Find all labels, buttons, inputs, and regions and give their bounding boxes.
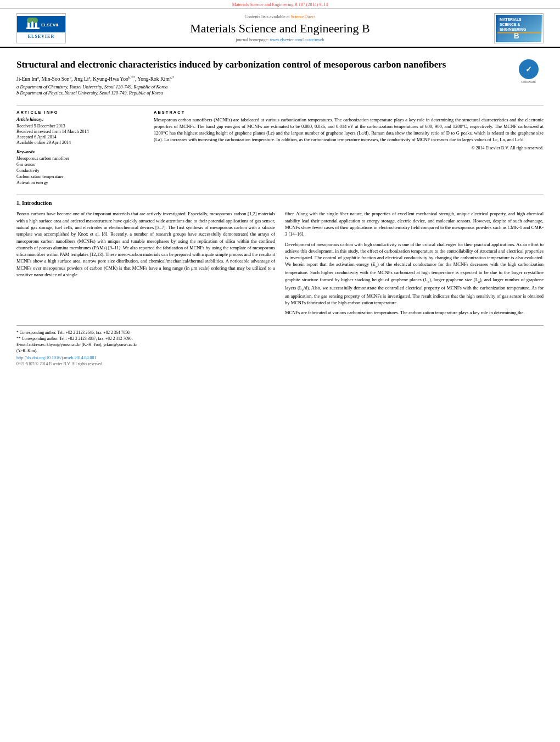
body-divider: [16, 194, 544, 194]
svg-point-5: [32, 18, 38, 23]
svg-rect-14: [497, 31, 541, 33]
section-divider: [16, 105, 544, 105]
abstract-heading: ABSTRACT: [154, 110, 544, 115]
affiliations: a Department of Chemistry, Yonsei Univer…: [16, 84, 544, 96]
article-info-section: ARTICLE INFO Article history: Received 5…: [16, 110, 143, 185]
article-info-column: ARTICLE INFO Article history: Received 5…: [16, 110, 143, 189]
article-title-section: Structural and electronic characteristic…: [16, 53, 544, 101]
keyword-2: Gas sensor: [16, 162, 143, 167]
journal-header: ELSEVIER ELSEVIER Contents lists availab…: [0, 9, 560, 48]
contents-label: Contents lists available at: [245, 14, 290, 19]
body-col-right: fiber. Along with the single fiber natur…: [285, 210, 544, 319]
footer-note-4: (Y.-R. Kim).: [16, 348, 544, 353]
affiliation-a: a Department of Chemistry, Yonsei Univer…: [16, 84, 544, 90]
authors-line: Ji-Eun Ima, Min-Soo Sonb, Jing Lia, Kyun…: [16, 75, 544, 82]
body-para-3-text: Development of mesoporous carbon with hi…: [285, 242, 544, 305]
body-para-2-text: fiber. Along with the single fiber natur…: [285, 211, 544, 237]
keyword-5: Activation energy: [16, 180, 143, 185]
body-para-1-text: Porous carbons have become one of the im…: [16, 211, 275, 277]
authors-text: Ji-Eun Ima, Min-Soo Sonb, Jing Lia, Kyun…: [16, 76, 174, 82]
journal-logo-right: MATERIALS SCIENCE & ENGINEERING B: [494, 13, 544, 43]
journal-homepage-line: journal homepage: www.elsevier.com/locat…: [66, 37, 494, 42]
header-top-row: ELSEVIER ELSEVIER Contents lists availab…: [16, 13, 544, 43]
elsevier-wordmark: ELSEVIER: [28, 32, 54, 41]
footer-note-3: E-mail addresses: khyoo@yonsei.ac.kr (K.…: [16, 342, 544, 347]
keyword-1: Mesoporous carbon nanofiber: [16, 156, 143, 161]
journal-citation-bar: Materials Science and Engineering B 187 …: [0, 0, 560, 9]
keywords-label: Keywords:: [16, 149, 143, 154]
body-para-4-text: MCNFs are fabricated at various carboniz…: [285, 310, 523, 315]
header-center: Contents lists available at ScienceDirec…: [66, 14, 494, 42]
accepted-date: Accepted 6 April 2014: [16, 135, 143, 140]
elsevier-tree-icon: ELSEVIER: [25, 18, 58, 31]
copyright-line: © 2014 Elsevier B.V. All rights reserved…: [154, 146, 544, 150]
svg-text:✓: ✓: [525, 65, 532, 74]
journal-logo-image: MATERIALS SCIENCE & ENGINEERING B: [496, 15, 542, 42]
affiliation-b: b Department of Physics, Yonsei Universi…: [16, 90, 544, 96]
section-1-title: 1. Introduction: [16, 200, 544, 206]
footer-note-1: * Corresponding author. Tel.: +82 2 2123…: [16, 330, 544, 335]
keyword-4: Carbonization temperature: [16, 174, 143, 179]
elsevier-logo-graphic: ELSEVIER: [17, 16, 65, 32]
article-footer: * Corresponding author. Tel.: +82 2 2123…: [16, 325, 544, 366]
keyword-3: Conductivity: [16, 168, 143, 173]
abstract-column: ABSTRACT Mesoporous carbon nanofibers (M…: [154, 110, 544, 189]
history-label: Article history:: [16, 117, 143, 122]
abstract-text: Mesoporous carbon nanofibers (MCNFs) are…: [154, 117, 544, 143]
crossmark-label: CrossMark: [521, 80, 536, 83]
keywords-section: Keywords: Mesoporous carbon nanofiber Ga…: [16, 149, 143, 185]
journal-logo-svg: MATERIALS SCIENCE & ENGINEERING B: [497, 15, 541, 42]
revised-date: Received in revised form 14 March 2014: [16, 129, 143, 134]
abstract-section: ABSTRACT Mesoporous carbon nanofibers (M…: [154, 110, 544, 150]
footer-issn: 0921-5107/© 2014 Elsevier B.V. All right…: [16, 361, 544, 366]
body-para-3: Development of mesoporous carbon with hi…: [285, 241, 544, 306]
crossmark-icon: ✓: [523, 63, 535, 75]
sciencedirect-link[interactable]: ScienceDirect: [291, 14, 316, 19]
body-two-col: Porous carbons have become one of the im…: [16, 210, 544, 319]
article-info-heading: ARTICLE INFO: [16, 110, 143, 115]
article-content: Structural and electronic characteristic…: [0, 48, 560, 372]
article-title: Structural and electronic characteristic…: [16, 59, 544, 71]
contents-available-line: Contents lists available at ScienceDirec…: [66, 14, 494, 19]
homepage-label: journal homepage:: [236, 37, 268, 42]
footer-note-2: ** Corresponding author. Tel.: +82 2 212…: [16, 336, 544, 341]
available-date: Available online 29 April 2014: [16, 140, 143, 145]
body-section: 1. Introduction Porous carbons have beco…: [16, 200, 544, 319]
journal-title: Materials Science and Engineering B: [66, 21, 494, 36]
body-col-left: Porous carbons have become one of the im…: [16, 210, 275, 319]
elsevier-logo: ELSEVIER ELSEVIER: [16, 13, 66, 43]
svg-rect-6: [26, 27, 40, 29]
svg-text:ELSEVIER: ELSEVIER: [41, 23, 58, 27]
page: Materials Science and Engineering B 187 …: [0, 0, 560, 742]
svg-text:MATERIALS: MATERIALS: [499, 18, 521, 21]
info-abstract-columns: ARTICLE INFO Article history: Received 5…: [16, 110, 544, 189]
crossmark-logo[interactable]: ✓ CrossMark: [513, 59, 544, 83]
crossmark-circle: ✓: [519, 59, 539, 79]
body-para-2: fiber. Along with the single fiber natur…: [285, 210, 544, 237]
received-date: Received 5 December 2013: [16, 124, 143, 129]
homepage-url[interactable]: www.elsevier.com/locate/mseb: [270, 37, 324, 42]
svg-text:ENGINEERING: ENGINEERING: [499, 27, 525, 31]
body-para-1: Porous carbons have become one of the im…: [16, 210, 275, 278]
journal-citation-text: Materials Science and Engineering B 187 …: [232, 2, 328, 7]
article-history-block: Article history: Received 5 December 201…: [16, 117, 143, 145]
body-para-4: MCNFs are fabricated at various carboniz…: [285, 309, 544, 316]
footer-doi[interactable]: http://dx.doi.org/10.1016/j.mseb.2014.04…: [16, 355, 544, 360]
svg-text:SCIENCE &: SCIENCE &: [499, 23, 520, 26]
